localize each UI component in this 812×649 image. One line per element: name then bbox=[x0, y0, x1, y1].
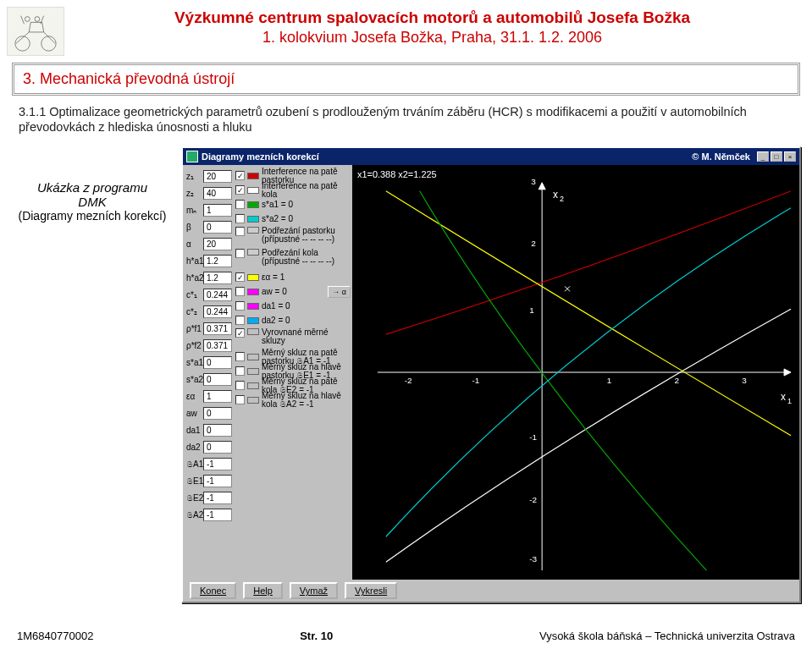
app-window: Diagramy mezních korekcí © M. Němček _ □… bbox=[181, 146, 801, 603]
section-title: 3. Mechanická převodná ústrojí bbox=[23, 70, 789, 88]
param-input[interactable]: -1 bbox=[203, 509, 232, 521]
param-row: z₂40 bbox=[185, 185, 232, 201]
param-row: z₁20 bbox=[185, 168, 232, 184]
maximize-button[interactable]: □ bbox=[771, 151, 782, 162]
checkbox[interactable] bbox=[235, 227, 245, 236]
checkbox[interactable]: ✓ bbox=[235, 272, 245, 282]
param-input[interactable]: -1 bbox=[203, 458, 232, 470]
close-button[interactable]: × bbox=[784, 151, 796, 162]
color-swatch bbox=[247, 289, 259, 295]
checkbox[interactable] bbox=[235, 249, 245, 258]
param-input[interactable]: 0 bbox=[203, 424, 232, 437]
color-swatch bbox=[247, 173, 259, 179]
param-label: β bbox=[185, 223, 203, 232]
param-label: 𝔖A2 bbox=[185, 510, 203, 520]
checkbox[interactable] bbox=[235, 381, 245, 390]
color-swatch bbox=[247, 354, 259, 360]
color-swatch bbox=[247, 382, 259, 389]
titlebar[interactable]: Diagramy mezních korekcí © M. Němček _ □… bbox=[183, 148, 799, 165]
param-label: mₙ bbox=[185, 206, 203, 215]
checkbox[interactable] bbox=[235, 214, 245, 223]
param-label: s*a1 bbox=[185, 358, 203, 367]
checkbox[interactable] bbox=[235, 395, 245, 404]
check-label: da2 = 0 bbox=[262, 316, 351, 325]
minimize-button[interactable]: _ bbox=[757, 151, 769, 162]
section-box: 3. Mechanická převodná ústrojí bbox=[12, 63, 800, 96]
param-row: ρ*f20.371 bbox=[185, 338, 232, 354]
param-input[interactable]: 0 bbox=[203, 373, 232, 386]
param-row: 𝔖A2-1 bbox=[185, 507, 232, 523]
checkbox[interactable] bbox=[235, 200, 245, 209]
param-row: da10 bbox=[185, 422, 232, 438]
param-label: aw bbox=[185, 409, 203, 418]
param-row: εα1 bbox=[185, 388, 232, 404]
param-row: 𝔖E1-1 bbox=[185, 473, 232, 489]
check-row: ✓εα = 1 bbox=[235, 270, 351, 284]
color-swatch bbox=[247, 201, 259, 208]
checkbox[interactable] bbox=[235, 352, 245, 361]
check-row: Měrný skluz na hlavě kola 𝔖A2 = -1 bbox=[235, 393, 351, 407]
help-button[interactable]: Help bbox=[243, 582, 283, 599]
check-row: ✓Vyrovnané měrné skluzy bbox=[235, 327, 351, 349]
check-label: Podřezání pastorku (přípustné -- -- -- -… bbox=[262, 227, 351, 244]
param-input[interactable]: 0 bbox=[203, 407, 232, 420]
check-row: s*a2 = 0 bbox=[235, 212, 351, 226]
param-label: ρ*f2 bbox=[185, 341, 203, 350]
check-label: Vyrovnané měrné skluzy bbox=[262, 328, 351, 345]
svg-point-0 bbox=[15, 36, 30, 51]
param-label: z₂ bbox=[185, 189, 203, 198]
color-swatch bbox=[247, 317, 259, 324]
plot-area: x1=0.388 x2=1.225 -2-1 123 23 1 - bbox=[352, 165, 799, 580]
checkbox[interactable] bbox=[235, 287, 245, 296]
param-row: c*₂0.244 bbox=[185, 304, 232, 320]
vykresli-button[interactable]: Vykresli bbox=[345, 582, 397, 599]
param-input[interactable]: 20 bbox=[203, 238, 232, 250]
checkbox[interactable] bbox=[235, 316, 245, 325]
vymaz-button[interactable]: Vymaž bbox=[290, 582, 338, 599]
param-input[interactable]: 0.244 bbox=[203, 305, 232, 318]
param-input[interactable]: 0.244 bbox=[203, 289, 232, 301]
param-label: da1 bbox=[185, 426, 203, 435]
param-input[interactable]: -1 bbox=[203, 475, 232, 487]
param-input[interactable]: -1 bbox=[203, 492, 232, 504]
color-swatch bbox=[247, 303, 259, 310]
check-label: Měrný skluz na hlavě kola 𝔖A2 = -1 bbox=[262, 392, 351, 409]
param-row: 𝔖A1-1 bbox=[185, 456, 232, 472]
param-row: α20 bbox=[185, 236, 232, 252]
check-row: da2 = 0 bbox=[235, 313, 351, 327]
checkbox[interactable]: ✓ bbox=[235, 185, 245, 195]
main-title: Výzkumné centrum spalovacích motorů a au… bbox=[64, 8, 800, 27]
param-input[interactable]: 0.371 bbox=[203, 339, 232, 352]
checkbox[interactable]: ✓ bbox=[235, 328, 245, 338]
param-input[interactable]: 0 bbox=[203, 441, 232, 454]
alpha-button[interactable]: → α bbox=[328, 286, 351, 298]
param-input[interactable]: 1.2 bbox=[203, 272, 232, 284]
param-input[interactable]: 0 bbox=[203, 356, 232, 369]
param-input[interactable]: 0.371 bbox=[203, 322, 232, 335]
param-input[interactable]: 1.2 bbox=[203, 255, 232, 267]
param-row: h*a21.2 bbox=[185, 270, 232, 286]
param-input[interactable]: 20 bbox=[203, 170, 232, 183]
svg-point-1 bbox=[41, 36, 56, 51]
color-swatch bbox=[247, 328, 259, 335]
check-label: Podřezání kola (přípustné -- -- -- --) bbox=[262, 249, 351, 266]
checkbox[interactable]: ✓ bbox=[235, 171, 245, 180]
param-input[interactable]: 0 bbox=[203, 221, 232, 234]
param-label: α bbox=[185, 239, 203, 249]
param-input[interactable]: 1 bbox=[203, 390, 232, 403]
checkbox[interactable] bbox=[235, 366, 245, 376]
param-input[interactable]: 1 bbox=[203, 204, 232, 217]
checkbox[interactable] bbox=[235, 301, 245, 311]
svg-point-2 bbox=[25, 17, 30, 22]
param-input[interactable]: 40 bbox=[203, 187, 232, 200]
param-row: ρ*f10.371 bbox=[185, 321, 232, 337]
svg-text:-2: -2 bbox=[529, 496, 537, 505]
color-swatch bbox=[247, 368, 259, 375]
svg-text:3: 3 bbox=[742, 376, 747, 385]
param-row: 𝔖E2-1 bbox=[185, 490, 232, 506]
svg-text:-1: -1 bbox=[529, 432, 537, 442]
param-label: 𝔖E1 bbox=[185, 476, 203, 487]
color-swatch bbox=[247, 187, 259, 194]
konec-button[interactable]: Konec bbox=[190, 582, 236, 599]
param-label: c*₁ bbox=[185, 290, 203, 300]
